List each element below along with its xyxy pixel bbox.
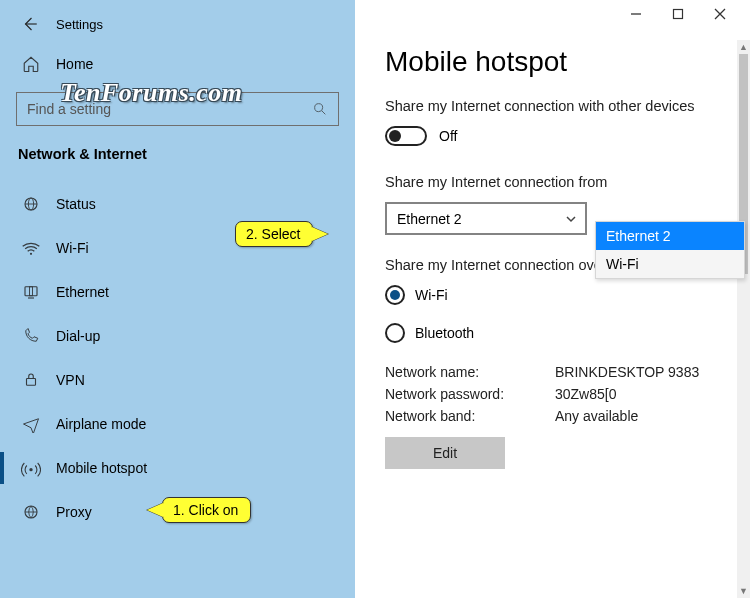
maximize-icon (672, 8, 684, 20)
svg-rect-9 (674, 10, 683, 19)
sidebar-item-label: Ethernet (56, 284, 109, 300)
share-from-dropdown-list: Ethernet 2 Wi-Fi (595, 221, 745, 279)
sidebar-item-status[interactable]: Status (0, 182, 355, 226)
dropdown-option-wifi[interactable]: Wi-Fi (596, 250, 744, 278)
edit-button[interactable]: Edit (385, 437, 505, 469)
wifi-icon (20, 238, 42, 258)
sidebar-item-label: Mobile hotspot (56, 460, 147, 476)
minimize-icon (630, 8, 642, 20)
callout-step-1: 1. Click on (162, 497, 251, 523)
radio-bluetooth[interactable]: Bluetooth (355, 311, 750, 361)
chevron-down-icon (565, 213, 577, 225)
svg-rect-4 (25, 287, 37, 296)
sidebar-item-label: VPN (56, 372, 85, 388)
network-name-value: BRINKDESKTOP 9383 (555, 364, 699, 380)
share-toggle-label: Share my Internet connection with other … (355, 88, 750, 120)
share-toggle-state: Off (439, 128, 457, 144)
arrow-left-icon (21, 15, 39, 33)
vertical-scrollbar[interactable]: ▲ ▼ (737, 40, 750, 598)
svg-point-7 (29, 468, 32, 471)
sidebar-item-label: Proxy (56, 504, 92, 520)
sidebar-item-label: Dial-up (56, 328, 100, 344)
radio-bluetooth-label: Bluetooth (415, 325, 474, 341)
share-toggle[interactable] (385, 126, 427, 146)
dialup-icon (20, 326, 42, 346)
search-input[interactable]: Find a setting (16, 92, 339, 126)
svg-rect-5 (30, 287, 33, 296)
main-content: Mobile hotspot Share my Internet connect… (355, 0, 750, 598)
scroll-up-icon: ▲ (737, 40, 750, 54)
search-placeholder: Find a setting (27, 101, 111, 117)
network-band-key: Network band: (385, 408, 555, 424)
network-password-value: 30Zw85[0 (555, 386, 616, 402)
callout-step-2-text: 2. Select (246, 226, 300, 242)
svg-rect-6 (27, 379, 36, 386)
maximize-button[interactable] (672, 8, 692, 20)
sidebar-item-label: Airplane mode (56, 416, 146, 432)
sidebar-item-dialup[interactable]: Dial-up (0, 314, 355, 358)
window-controls (618, 0, 748, 28)
callout-step-2: 2. Select (235, 221, 313, 247)
svg-point-0 (315, 104, 323, 112)
close-icon (714, 8, 726, 20)
ethernet-icon (20, 282, 42, 302)
scroll-down-icon: ▼ (737, 584, 750, 598)
status-icon (20, 194, 42, 214)
dropdown-option-ethernet2[interactable]: Ethernet 2 (596, 222, 744, 250)
close-button[interactable] (714, 8, 734, 20)
sidebar-item-ethernet[interactable]: Ethernet (0, 270, 355, 314)
network-name-row: Network name: BRINKDESKTOP 9383 (355, 361, 750, 383)
sidebar-item-label: Status (56, 196, 96, 212)
network-name-key: Network name: (385, 364, 555, 380)
sidebar-item-label: Home (56, 56, 93, 72)
network-band-value: Any available (555, 408, 638, 424)
sidebar-item-vpn[interactable]: VPN (0, 358, 355, 402)
network-password-key: Network password: (385, 386, 555, 402)
network-password-row: Network password: 30Zw85[0 (355, 383, 750, 405)
network-band-row: Network band: Any available (355, 405, 750, 427)
share-from-dropdown[interactable]: Ethernet 2 (385, 202, 587, 235)
svg-point-3 (30, 253, 32, 255)
sidebar-item-home[interactable]: Home (0, 48, 355, 84)
minimize-button[interactable] (630, 8, 650, 20)
search-icon (312, 101, 328, 117)
home-icon (20, 54, 42, 74)
sidebar-item-label: Wi-Fi (56, 240, 89, 256)
airplane-icon (20, 414, 42, 434)
proxy-icon (20, 502, 42, 522)
radio-icon (385, 323, 405, 343)
sidebar-item-hotspot[interactable]: Mobile hotspot (0, 446, 355, 490)
sidebar-item-airplane[interactable]: Airplane mode (0, 402, 355, 446)
radio-wifi[interactable]: Wi-Fi (355, 279, 750, 311)
callout-step-1-text: 1. Click on (173, 502, 238, 518)
radio-icon (385, 285, 405, 305)
sidebar-section-heading: Network & Internet (0, 140, 355, 176)
radio-wifi-label: Wi-Fi (415, 287, 448, 303)
vpn-icon (20, 370, 42, 390)
back-button[interactable] (16, 10, 44, 38)
hotspot-icon (20, 458, 42, 478)
share-from-value: Ethernet 2 (397, 211, 462, 227)
share-from-label: Share my Internet connection from (355, 152, 750, 196)
window-title: Settings (56, 17, 103, 32)
